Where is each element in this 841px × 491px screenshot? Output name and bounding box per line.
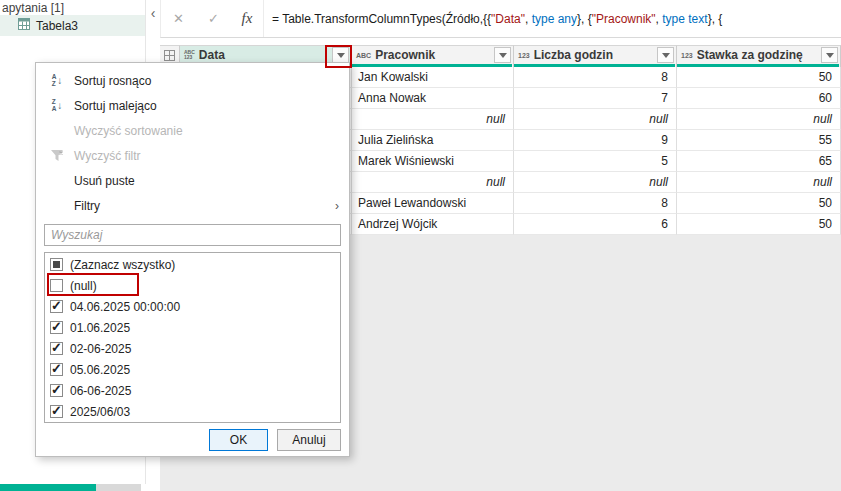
formula-segment: , <box>525 12 532 26</box>
table-cell[interactable]: 9 <box>514 130 677 151</box>
table-cell[interactable]: 8 <box>514 193 677 214</box>
menu-item-label: Filtry <box>74 199 327 213</box>
filter-button-liczba-godzin[interactable] <box>657 47 674 63</box>
checkbox-checked[interactable] <box>50 342 63 355</box>
arrow-down-icon: ↓ <box>57 76 62 86</box>
table-cell[interactable]: 50 <box>677 193 841 214</box>
formula-bar: ✕ ✓ fx = Table.TransformColumnTypes(Źród… <box>160 0 841 38</box>
checkbox-unchecked[interactable] <box>50 279 63 292</box>
collapse-pane-button[interactable]: ‹ <box>146 4 160 22</box>
table-cell[interactable]: 60 <box>677 88 841 109</box>
filter-button-data[interactable] <box>332 47 349 63</box>
menu-item-label: Sortuj malejąco <box>74 99 341 113</box>
filter-value-row-2025-06-03[interactable]: 2025/06/03 <box>45 401 340 422</box>
table-cell[interactable]: 55 <box>677 130 841 151</box>
clear-filter-icon <box>48 149 66 162</box>
menu-item-label: Sortuj rosnąco <box>74 74 341 88</box>
table-cell[interactable]: Jan Kowalski <box>352 67 514 88</box>
column-header-stawka-za-godzinę[interactable]: 123Stawka za godzinę <box>677 45 841 67</box>
filter-menu-buttons: OK Anuluj <box>44 429 341 451</box>
filter-value-row-06-06-2025[interactable]: 06-06-2025 <box>45 380 340 401</box>
filter-menu-items: AZ↓Sortuj rosnącoZA↓Sortuj malejącoWyczy… <box>44 68 341 218</box>
table-cell[interactable]: Julia Zielińska <box>352 130 514 151</box>
sort-ascending-icon: AZ↓ <box>48 74 66 87</box>
sort-letters: AZ <box>52 74 57 87</box>
formula-segment: type text <box>662 12 707 26</box>
filter-search-input[interactable] <box>44 224 341 246</box>
checkbox-checked[interactable] <box>50 405 63 418</box>
table-cell-null[interactable]: null <box>514 172 677 193</box>
formula-segment: type any <box>532 12 577 26</box>
filter-value-label: 01.06.2025 <box>70 321 130 335</box>
filter-value-label: (null) <box>70 279 97 293</box>
cancel-formula-icon[interactable]: ✕ <box>161 11 196 26</box>
menu-item-sortuj-rosnąco[interactable]: AZ↓Sortuj rosnąco <box>44 68 341 93</box>
chevron-down-icon <box>499 53 507 58</box>
checkbox-checked[interactable] <box>50 384 63 397</box>
queries-pane-header: apytania [1] <box>0 0 145 15</box>
formula-input[interactable]: = Table.TransformColumnTypes(Źródło,{{"D… <box>263 0 841 37</box>
table-cell[interactable]: 50 <box>677 67 841 88</box>
filter-value-label: 05.06.2025 <box>70 363 130 377</box>
table-cell[interactable]: 50 <box>677 214 841 235</box>
cancel-button[interactable]: Anuluj <box>277 429 341 451</box>
formula-segment: "Data" <box>491 12 525 26</box>
table-cell[interactable]: Paweł Lewandowski <box>352 193 514 214</box>
filter-value-row-01-06-2025[interactable]: 01.06.2025 <box>45 317 340 338</box>
column-header-label: Stawka za godzinę <box>697 48 819 62</box>
chevron-down-icon <box>337 53 345 58</box>
filter-value-row-null[interactable]: (null) <box>45 275 340 296</box>
menu-item-sortuj-malejąco[interactable]: ZA↓Sortuj malejąco <box>44 93 341 118</box>
checkbox-checked[interactable] <box>50 321 63 334</box>
table-cell[interactable]: Marek Wiśniewski <box>352 151 514 172</box>
table-cell[interactable]: 6 <box>514 214 677 235</box>
formula-segment: "Pracownik" <box>592 12 656 26</box>
chevron-down-icon <box>662 53 670 58</box>
query-item-tabela3[interactable]: Tabela3 <box>0 15 145 36</box>
filter-value-list: (Zaznacz wszystko)(null)04.06.2025 00:00… <box>44 252 341 423</box>
table-cell-null[interactable]: null <box>514 109 677 130</box>
table-cell-null[interactable]: null <box>677 109 841 130</box>
filter-value-row-05-06-2025[interactable]: 05.06.2025 <box>45 359 340 380</box>
menu-item-usuń-puste[interactable]: Usuń puste <box>44 168 341 193</box>
table-cell[interactable]: 7 <box>514 88 677 109</box>
formula-segment: }, { <box>577 12 592 26</box>
ok-button[interactable]: OK <box>209 429 268 451</box>
table-cell-null[interactable]: null <box>352 172 514 193</box>
checkbox-indeterminate[interactable] <box>50 258 63 271</box>
column-header-pracownik[interactable]: ABCPracownik <box>352 45 514 67</box>
column-header-label: Liczba godzin <box>534 48 655 62</box>
status-bar-accent <box>0 484 96 491</box>
filter-button-pracownik[interactable] <box>494 47 511 63</box>
column-header-liczba-godzin[interactable]: 123Liczba godzin <box>514 45 677 67</box>
menu-item-label: Wyczyść filtr <box>74 149 341 163</box>
menu-item-filtry[interactable]: Filtry› <box>44 193 341 218</box>
checkbox-checked[interactable] <box>50 300 63 313</box>
column-type-any-icon: ABC123 <box>184 50 195 60</box>
checkbox-checked[interactable] <box>50 363 63 376</box>
filter-value-row-04-06-2025-00-00-00[interactable]: 04.06.2025 00:00:00 <box>45 296 340 317</box>
table-cell[interactable]: 5 <box>514 151 677 172</box>
table-cell-null[interactable]: null <box>677 172 841 193</box>
filter-value-label: (Zaznacz wszystko) <box>70 258 175 272</box>
filter-value-label: 2025/06/03 <box>70 405 130 419</box>
formula-segment: , <box>656 12 663 26</box>
table-cell-null[interactable]: null <box>352 109 514 130</box>
filter-dropdown-menu: AZ↓Sortuj rosnącoZA↓Sortuj malejącoWyczy… <box>35 62 350 457</box>
table-cell[interactable]: Andrzej Wójcik <box>352 214 514 235</box>
table-cell[interactable]: 65 <box>677 151 841 172</box>
table-cell[interactable]: 8 <box>514 67 677 88</box>
column-header-label: Data <box>199 48 330 62</box>
table-corner-icon <box>164 50 175 61</box>
filter-value-row-02-06-2025[interactable]: 02-06-2025 <box>45 338 340 359</box>
table-cell[interactable]: Anna Nowak <box>352 88 514 109</box>
filter-value-row-zaznacz-wszystko[interactable]: (Zaznacz wszystko) <box>45 254 340 275</box>
sort-descending-icon: ZA↓ <box>48 99 66 112</box>
filter-button-stawka-za-godzinę[interactable] <box>821 47 838 63</box>
formula-segment: = Table.TransformColumnTypes(Źródło,{{ <box>272 12 491 26</box>
confirm-formula-icon[interactable]: ✓ <box>196 11 231 26</box>
chevron-down-icon <box>826 53 834 58</box>
menu-item-wyczyść-filtr: Wyczyść filtr <box>44 143 341 168</box>
filter-value-label: 04.06.2025 00:00:00 <box>70 300 180 314</box>
table-icon <box>18 18 30 33</box>
